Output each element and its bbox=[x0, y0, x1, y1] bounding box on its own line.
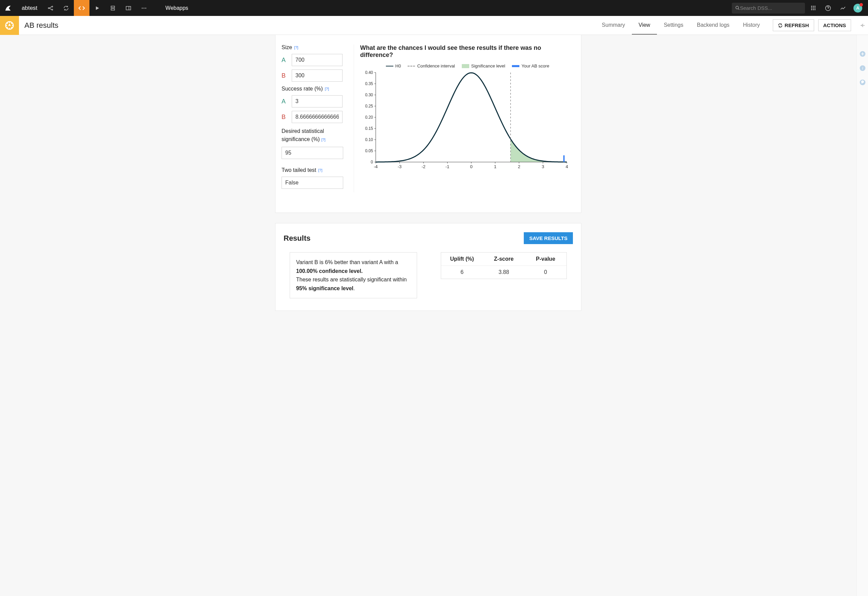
notification-dot bbox=[859, 3, 863, 6]
top-nav-bar: abtest Webapps A bbox=[0, 0, 868, 16]
search-input[interactable] bbox=[740, 5, 802, 11]
svg-rect-3 bbox=[111, 6, 115, 8]
tab-backend-logs[interactable]: Backend logs bbox=[690, 16, 736, 35]
svg-rect-14 bbox=[813, 7, 814, 9]
sync-icon[interactable] bbox=[58, 0, 74, 16]
collapse-right-icon[interactable] bbox=[857, 22, 868, 28]
search-icon bbox=[735, 6, 740, 10]
webapp-icon bbox=[0, 16, 19, 35]
svg-rect-18 bbox=[815, 9, 815, 10]
svg-rect-15 bbox=[815, 7, 815, 9]
actions-label: ACTIONS bbox=[823, 22, 846, 28]
play-icon[interactable] bbox=[89, 0, 105, 16]
apps-grid-icon[interactable] bbox=[806, 0, 820, 16]
tab-view[interactable]: View bbox=[632, 16, 657, 35]
svg-point-8 bbox=[145, 7, 146, 9]
refresh-button[interactable]: REFRESH bbox=[773, 19, 814, 31]
svg-point-7 bbox=[144, 7, 145, 9]
svg-rect-5 bbox=[126, 6, 131, 10]
svg-rect-17 bbox=[813, 9, 814, 10]
tab-summary[interactable]: Summary bbox=[595, 16, 632, 35]
global-search[interactable] bbox=[732, 3, 805, 13]
activity-icon[interactable] bbox=[836, 0, 850, 16]
refresh-icon bbox=[778, 23, 782, 28]
refresh-label: REFRESH bbox=[785, 22, 809, 28]
actions-button[interactable]: ACTIONS bbox=[818, 19, 852, 31]
panel-icon[interactable] bbox=[121, 0, 136, 16]
svg-rect-13 bbox=[811, 7, 812, 9]
user-avatar[interactable]: A bbox=[851, 0, 865, 16]
svg-rect-16 bbox=[811, 9, 812, 10]
svg-rect-4 bbox=[111, 9, 115, 10]
page-tabs: Summary View Settings Backend logs Histo… bbox=[595, 16, 767, 35]
svg-point-6 bbox=[142, 7, 143, 9]
help-icon[interactable] bbox=[821, 0, 835, 16]
svg-rect-10 bbox=[811, 6, 812, 7]
flow-icon[interactable] bbox=[43, 0, 58, 16]
avatar-letter: A bbox=[856, 6, 859, 10]
nav-icon-group bbox=[43, 0, 152, 16]
tab-history[interactable]: History bbox=[736, 16, 767, 35]
more-icon[interactable] bbox=[136, 0, 152, 16]
svg-point-0 bbox=[49, 7, 49, 9]
stack-icon[interactable] bbox=[105, 0, 121, 16]
page-title: AB results bbox=[19, 21, 64, 30]
project-name[interactable]: abtest bbox=[16, 5, 43, 12]
svg-rect-11 bbox=[813, 6, 814, 7]
code-icon[interactable] bbox=[74, 0, 89, 16]
page-header: AB results Summary View Settings Backend… bbox=[0, 16, 868, 35]
svg-point-2 bbox=[52, 9, 53, 10]
svg-point-1 bbox=[52, 6, 53, 7]
svg-point-9 bbox=[736, 6, 738, 9]
tab-settings[interactable]: Settings bbox=[657, 16, 690, 35]
svg-rect-12 bbox=[815, 6, 815, 7]
app-logo[interactable] bbox=[0, 0, 16, 16]
section-label[interactable]: Webapps bbox=[165, 5, 188, 11]
